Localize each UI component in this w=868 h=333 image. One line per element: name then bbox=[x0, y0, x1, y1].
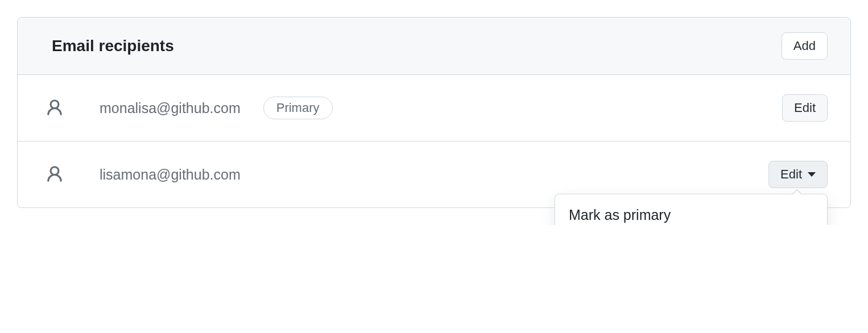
edit-dropdown-button[interactable]: Edit bbox=[768, 161, 828, 188]
email-recipients-panel: Email recipients Add monalisa@github.com… bbox=[17, 17, 851, 208]
person-icon bbox=[45, 98, 68, 118]
person-icon bbox=[45, 165, 68, 184]
recipient-email: lisamona@github.com bbox=[100, 166, 241, 183]
add-button[interactable]: Add bbox=[782, 32, 828, 60]
recipient-row: monalisa@github.com Primary Edit bbox=[18, 75, 850, 141]
edit-dropdown-menu: Mark as primary Remove bbox=[555, 194, 828, 225]
caret-down-icon bbox=[808, 172, 816, 177]
edit-button[interactable]: Edit bbox=[782, 94, 828, 122]
panel-title: Email recipients bbox=[52, 37, 174, 55]
recipient-row: lisamona@github.com Edit Mark as primary… bbox=[18, 141, 850, 207]
panel-header: Email recipients Add bbox=[18, 18, 850, 75]
recipient-email: monalisa@github.com bbox=[100, 100, 241, 116]
edit-dropdown-label: Edit bbox=[780, 167, 802, 182]
mark-as-primary-menu-item[interactable]: Mark as primary bbox=[555, 201, 827, 225]
primary-badge: Primary bbox=[263, 97, 333, 119]
